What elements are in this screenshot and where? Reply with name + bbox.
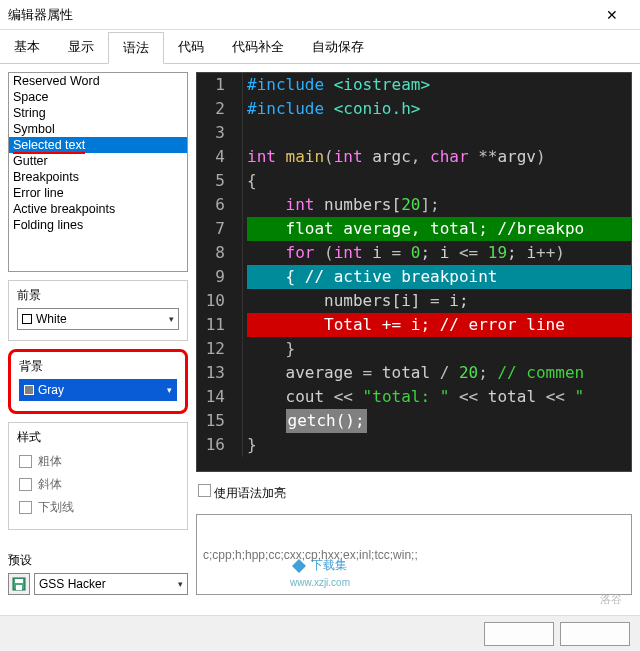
preset-combo[interactable]: GSS Hacker ▾: [34, 573, 188, 595]
svg-rect-1: [15, 579, 23, 583]
list-item[interactable]: String: [9, 105, 187, 121]
preset-value: GSS Hacker: [39, 577, 106, 591]
svg-rect-2: [16, 585, 22, 590]
list-item[interactable]: Reserved Word: [9, 73, 187, 89]
code-preview: 1#include <iostream>2#include <conio.h>3…: [196, 72, 632, 472]
checkbox-icon: [198, 484, 211, 497]
titlebar: 编辑器属性 ✕: [0, 0, 640, 30]
list-item[interactable]: Folding lines: [9, 217, 187, 233]
chevron-down-icon: ▾: [167, 385, 172, 395]
syntax-element-list[interactable]: Reserved WordSpaceStringSymbolSelected t…: [8, 72, 188, 272]
list-item[interactable]: Selected text: [9, 137, 187, 153]
underline-checkbox[interactable]: 下划线: [17, 496, 179, 519]
list-item[interactable]: Gutter: [9, 153, 187, 169]
list-item[interactable]: Error line: [9, 185, 187, 201]
foreground-value: White: [36, 312, 67, 326]
tab-bar: 基本 显示 语法 代码 代码补全 自动保存: [0, 30, 640, 64]
background-group: 背景 Gray ▾: [8, 349, 188, 414]
tab-display[interactable]: 显示: [54, 32, 108, 63]
list-item[interactable]: Active breakpoints: [9, 201, 187, 217]
style-label: 样式: [17, 429, 179, 446]
chevron-down-icon: ▾: [169, 314, 174, 324]
foreground-group: 前景 White ▾: [8, 280, 188, 341]
italic-checkbox[interactable]: 斜体: [17, 473, 179, 496]
foreground-combo[interactable]: White ▾: [17, 308, 179, 330]
floppy-icon: [12, 577, 26, 591]
window-title: 编辑器属性: [8, 6, 592, 24]
foreground-label: 前景: [17, 287, 179, 304]
tab-autosave[interactable]: 自动保存: [298, 32, 378, 63]
white-swatch-icon: [22, 314, 32, 324]
checkbox-icon: [19, 478, 32, 491]
close-icon[interactable]: ✕: [592, 0, 632, 30]
watermark-corner: 洛谷: [600, 592, 622, 607]
background-label: 背景: [19, 358, 177, 375]
checkbox-icon: [19, 455, 32, 468]
tab-syntax[interactable]: 语法: [108, 32, 164, 64]
cancel-button[interactable]: [560, 622, 630, 646]
gray-swatch-icon: [24, 385, 34, 395]
chevron-down-icon: ▾: [178, 579, 183, 589]
list-item[interactable]: Space: [9, 89, 187, 105]
preset-label: 预设: [8, 552, 188, 569]
list-item[interactable]: Symbol: [9, 121, 187, 137]
dialog-footer: [0, 615, 640, 651]
ok-button[interactable]: [484, 622, 554, 646]
tab-basic[interactable]: 基本: [0, 32, 54, 63]
list-item[interactable]: Breakpoints: [9, 169, 187, 185]
tab-code[interactable]: 代码: [164, 32, 218, 63]
background-value: Gray: [38, 383, 64, 397]
use-syntax-highlight-checkbox[interactable]: 使用语法加亮: [198, 484, 286, 502]
bold-checkbox[interactable]: 粗体: [17, 450, 179, 473]
preset-group: 预设 GSS Hacker ▾: [8, 552, 188, 595]
tab-completion[interactable]: 代码补全: [218, 32, 298, 63]
extensions-input[interactable]: [196, 514, 632, 595]
style-group: 样式 粗体 斜体 下划线: [8, 422, 188, 530]
checkbox-icon: [19, 501, 32, 514]
preset-save-button[interactable]: [8, 573, 30, 595]
background-combo[interactable]: Gray ▾: [19, 379, 177, 401]
